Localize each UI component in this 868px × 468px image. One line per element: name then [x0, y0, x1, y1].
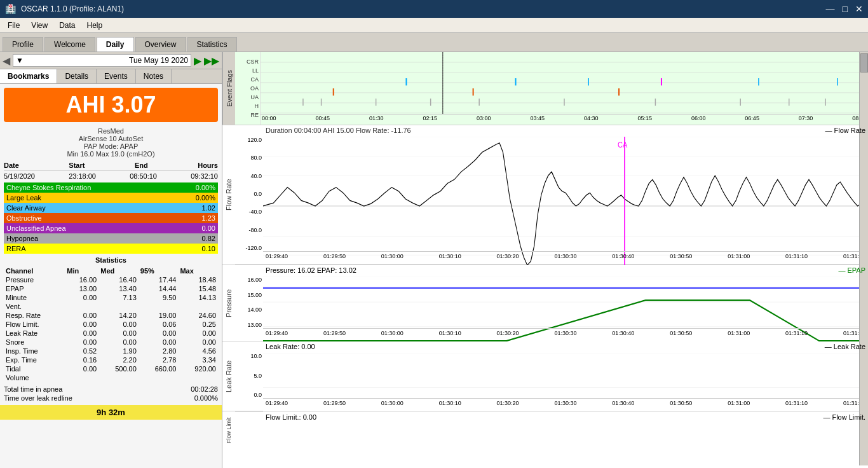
table-cell	[139, 373, 179, 382]
over-leak-label: Time over leak redline	[4, 394, 72, 402]
table-row: Pressure16.0016.4017.4418.48	[4, 275, 218, 284]
pressure-chart: Pressure Pressure: 16.02 EPAP: 13.02 — E…	[222, 265, 868, 341]
nav-go2-button[interactable]: ▶▶	[204, 55, 219, 67]
table-cell: Pressure	[4, 275, 65, 284]
leak-rate-inner[interactable]: Leak Rate: 0.00 — Leak Rate 10.0 5.0 0.0	[235, 341, 868, 411]
footer-stats: Total time in apnea 00:02:28 Time over l…	[4, 385, 218, 403]
flow-limit-chart: Flow Limit Flow Limit.: 0.00 — Flow Limi…	[222, 411, 868, 450]
app-title: OSCAR 1.1.0 (Profile: ALAN1)	[21, 4, 124, 13]
table-cell: 16.40	[98, 275, 139, 284]
tab-statistics[interactable]: Statistics	[187, 37, 237, 52]
session-info: Date Start End Hours 5/19/2020 23:18:00 …	[4, 162, 218, 180]
table-cell	[178, 373, 218, 382]
right-scrollbar[interactable]	[859, 52, 868, 465]
table-row: Volume	[4, 373, 218, 382]
table-cell: 4.56	[178, 347, 218, 355]
maximize-button[interactable]: □	[843, 4, 848, 14]
flow-rate-inner[interactable]: Duration 00:04:00 AHI 15.00 Flow Rate: -…	[235, 125, 868, 265]
table-cell: 660.00	[139, 364, 179, 373]
main-layout: ◀ ▼ Tue May 19 2020 ▶ ▶▶ Bookmarks Detai…	[0, 52, 868, 468]
table-cell: 0.06	[139, 320, 179, 329]
minimize-button[interactable]: —	[826, 4, 835, 14]
menu-file[interactable]: File	[3, 20, 25, 31]
event-large-leak-label: Large Leak	[6, 194, 41, 202]
table-cell: 2.20	[98, 355, 139, 364]
table-cell: 0.00	[65, 329, 98, 338]
event-rera: RERA 0.10	[4, 244, 218, 254]
table-row: Flow Limit.0.000.000.060.25	[4, 320, 218, 329]
table-cell: 0.25	[178, 320, 218, 329]
event-csr-value: 0.00%	[196, 184, 215, 191]
table-cell: 24.60	[178, 311, 218, 320]
nav-date-text: Tue May 19 2020	[129, 56, 188, 65]
flow-limit-header: Flow Limit.: 0.00	[266, 413, 316, 421]
sub-tab-details[interactable]: Details	[57, 69, 97, 83]
dropdown-arrow: ▼	[16, 56, 24, 65]
flow-rate-chart: Flow Rate Duration 00:04:00 AHI 15.00 Fl…	[222, 125, 868, 265]
col-start: Start	[69, 162, 85, 169]
table-cell: 19.00	[139, 311, 179, 320]
event-obstructive: Obstructive 1.23	[4, 213, 218, 223]
total-time-label: Total time in apnea	[4, 385, 62, 393]
sub-tab-bookmarks[interactable]: Bookmarks	[0, 69, 57, 83]
event-large-leak-value: 0.00%	[196, 194, 215, 202]
ef-canvas[interactable]: 00:00 00:45 01:30 02:15 03:00 03:45 04:3…	[261, 52, 868, 125]
flow-rate-legend: — Flow Rate	[825, 127, 865, 134]
table-cell: 0.00	[139, 338, 179, 347]
tab-daily[interactable]: Daily	[97, 37, 134, 52]
event-clear-airway-value: 1.02	[202, 204, 215, 212]
table-cell: 14.44	[139, 284, 179, 293]
menu-view[interactable]: View	[26, 20, 53, 31]
close-button[interactable]: ✕	[855, 4, 863, 14]
nav-back-button[interactable]: ◀	[3, 55, 10, 67]
sub-tab-events[interactable]: Events	[97, 69, 136, 83]
table-cell	[65, 302, 98, 311]
tab-overview[interactable]: Overview	[135, 37, 186, 52]
flow-rate-xaxis: 01:29:40 01:29:50 01:30:00 01:30:10 01:3…	[263, 251, 868, 264]
table-cell: 3.34	[178, 355, 218, 364]
menu-data[interactable]: Data	[54, 20, 80, 31]
table-cell	[139, 302, 179, 311]
table-cell: 17.44	[139, 275, 179, 284]
flow-limit-legend-label: — Flow Limit.	[823, 413, 865, 421]
sub-tab-notes[interactable]: Notes	[136, 69, 172, 83]
tab-welcome[interactable]: Welcome	[44, 37, 95, 52]
pressure-inner[interactable]: Pressure: 16.02 EPAP: 13.02 — EPAP 16.00…	[235, 265, 868, 341]
right-panel: Event Flags CSR LL CA OA UA H RE	[222, 52, 868, 468]
table-cell: Flow Limit.	[4, 320, 65, 329]
pressure-yaxis: 16.00 15.00 14.00 13.00	[235, 277, 263, 328]
table-cell	[98, 373, 139, 382]
table-cell: 0.00	[65, 320, 98, 329]
event-hypopnea: Hypopnea 0.82	[4, 233, 218, 244]
session-hours: 09:32:10	[191, 172, 218, 180]
table-cell: 16.00	[65, 275, 98, 284]
right-scrollbar-thumb[interactable]	[860, 53, 868, 72]
ahi-box: AHI 3.07	[4, 88, 218, 122]
menu-help[interactable]: Help	[82, 20, 108, 31]
table-cell: EPAP	[4, 284, 65, 293]
event-clear-airway: Clear Airway 1.02	[4, 203, 218, 213]
main-tabbar: Profile Welcome Daily Overview Statistic…	[0, 33, 868, 52]
table-row: Tidal0.00500.00660.00920.00	[4, 364, 218, 373]
leak-rate-header: Leak Rate: 0.00	[266, 343, 315, 350]
table-cell: 920.00	[178, 364, 218, 373]
flow-limit-inner[interactable]: Flow Limit.: 0.00 — Flow Limit.	[235, 411, 868, 450]
footer-stat-over-leak: Time over leak redline 0.000%	[4, 394, 218, 403]
pressure-xaxis: 01:29:40 01:29:50 01:30:00 01:30:10 01:3…	[263, 328, 868, 341]
nav-date-dropdown[interactable]: ▼ Tue May 19 2020	[13, 54, 191, 67]
table-cell	[178, 302, 218, 311]
table-cell: 0.00	[98, 338, 139, 347]
nav-go-button[interactable]: ▶	[194, 55, 201, 67]
titlebar-controls[interactable]: — □ ✕	[826, 4, 863, 14]
flow-limit-label: Flow Limit	[222, 411, 235, 450]
table-row: Exp. Time0.162.202.783.34	[4, 355, 218, 364]
event-flags-label: Event Flags	[222, 52, 235, 125]
event-flags-yaxis: CSR LL CA OA UA H RE	[235, 52, 261, 125]
table-row: Insp. Time0.521.902.804.56	[4, 347, 218, 355]
table-cell: 13.40	[98, 284, 139, 293]
table-cell: 9.50	[139, 293, 179, 302]
table-cell: Exp. Time	[4, 355, 65, 364]
tab-profile[interactable]: Profile	[3, 37, 43, 52]
table-cell: 0.16	[65, 355, 98, 364]
table-cell: 0.52	[65, 347, 98, 355]
